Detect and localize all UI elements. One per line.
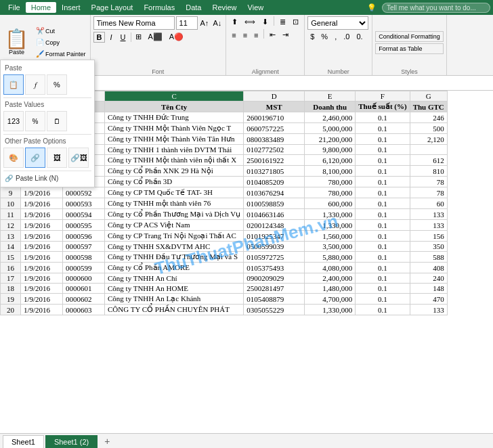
cell-E6[interactable]: 6,120,000 bbox=[305, 155, 356, 166]
cell-A12[interactable]: 1/9/2016 bbox=[21, 220, 63, 231]
cell-D13[interactable]: 0101925347 bbox=[244, 231, 305, 242]
cell-D15[interactable]: 0105972725 bbox=[244, 252, 305, 263]
cell-E7[interactable]: 8,100,000 bbox=[305, 166, 356, 177]
dollar-button[interactable]: % bbox=[318, 31, 330, 42]
formula-input[interactable] bbox=[79, 79, 490, 88]
col-header-G[interactable]: G bbox=[410, 91, 447, 102]
cell-D14[interactable]: 0500599039 bbox=[244, 242, 305, 252]
cell-G16[interactable]: 408 bbox=[410, 263, 447, 273]
dec-increase-button[interactable]: 0. bbox=[353, 31, 365, 42]
cell-F12[interactable]: 0.1 bbox=[356, 220, 410, 231]
cell-F9[interactable]: 0.1 bbox=[356, 187, 410, 198]
fill-color-button[interactable]: A⬛ bbox=[146, 31, 165, 43]
col-header-C[interactable]: C bbox=[105, 91, 244, 102]
cell-F10[interactable]: 0.1 bbox=[356, 198, 410, 209]
cell-C15[interactable]: Công ty TNHH Đầu Tư Thương Mại và S bbox=[105, 252, 244, 263]
decrease-indent-button[interactable]: ⇤ bbox=[267, 29, 278, 41]
row-num-10[interactable]: 10 bbox=[1, 198, 21, 209]
paste-picture-icon[interactable]: 🖼 bbox=[47, 148, 67, 168]
merge-button[interactable]: ⊡ bbox=[290, 16, 301, 28]
cell-D17[interactable]: 0900209029 bbox=[244, 273, 305, 284]
cell-B14[interactable]: 0000597 bbox=[63, 242, 105, 252]
row-num-15[interactable]: 15 bbox=[1, 252, 21, 263]
cell-A20[interactable]: 1/9/2016 bbox=[21, 305, 63, 315]
align-middle-button[interactable]: ⟺ bbox=[242, 16, 258, 28]
menu-insert[interactable]: Insert bbox=[56, 2, 86, 13]
cell-E20[interactable]: 1,330,000 bbox=[305, 305, 356, 315]
conditional-formatting-button[interactable]: Conditional Formatting bbox=[375, 31, 444, 42]
cell-F14[interactable]: 0.1 bbox=[356, 242, 410, 252]
cell-D1[interactable]: MST bbox=[244, 102, 305, 112]
align-left-button[interactable]: ≡ bbox=[229, 29, 238, 41]
row-num-11[interactable]: 11 bbox=[1, 209, 21, 220]
menu-page-layout[interactable]: Page Layout bbox=[86, 2, 139, 13]
font-grow-button[interactable]: A↑ bbox=[199, 19, 211, 27]
cell-A14[interactable]: 1/9/2016 bbox=[21, 242, 63, 252]
underline-button[interactable]: U bbox=[117, 32, 129, 43]
cell-G20[interactable]: 133 bbox=[410, 305, 447, 315]
cell-G12[interactable]: 133 bbox=[410, 220, 447, 231]
paste-link-row[interactable]: 🔗 Paste Link (N) bbox=[3, 173, 91, 184]
cell-A13[interactable]: 1/9/2016 bbox=[21, 231, 63, 242]
cell-G18[interactable]: 148 bbox=[410, 284, 447, 294]
format-as-table-button[interactable]: Format as Table bbox=[375, 43, 444, 54]
align-bottom-button[interactable]: ⬇ bbox=[259, 16, 271, 28]
cell-E15[interactable]: 5,880,000 bbox=[305, 252, 356, 263]
border-button[interactable]: ⊞ bbox=[133, 31, 144, 43]
cell-F1[interactable]: Thuế suất (%) bbox=[356, 102, 410, 112]
cell-C7[interactable]: Công ty Cổ Phần XNK 29 Hà Nội bbox=[105, 166, 244, 177]
cell-F11[interactable]: 0.1 bbox=[356, 209, 410, 220]
cell-C19[interactable]: Công ty TNHH An Lạc Khánh bbox=[105, 294, 244, 305]
col-header-E[interactable]: E bbox=[305, 91, 356, 102]
copy-button[interactable]: 📄 Copy bbox=[33, 37, 89, 47]
paste-button[interactable]: 📋 Paste bbox=[1, 27, 32, 58]
cell-E14[interactable]: 3,500,000 bbox=[305, 242, 356, 252]
cell-G9[interactable]: 78 bbox=[410, 187, 447, 198]
cell-B17[interactable]: 0000600 bbox=[63, 273, 105, 284]
cell-G17[interactable]: 240 bbox=[410, 273, 447, 284]
align-top-button[interactable]: ⬆ bbox=[229, 16, 240, 28]
cell-D2[interactable]: 2600196710 bbox=[244, 112, 305, 123]
cell-C11[interactable]: Công ty Cổ Phần Thương Mại và Dịch Vụ bbox=[105, 209, 244, 220]
col-header-D[interactable]: D bbox=[244, 91, 305, 102]
row-num-12[interactable]: 12 bbox=[1, 220, 21, 231]
cell-G11[interactable]: 133 bbox=[410, 209, 447, 220]
cell-E13[interactable]: 1,560,000 bbox=[305, 231, 356, 242]
cell-F2[interactable]: 0.1 bbox=[356, 112, 410, 123]
cell-B16[interactable]: 0000599 bbox=[63, 263, 105, 273]
cell-G13[interactable]: 156 bbox=[410, 231, 447, 242]
comma-button[interactable]: , bbox=[332, 31, 339, 42]
cell-B13[interactable]: 0000596 bbox=[63, 231, 105, 242]
cell-F18[interactable]: 0.1 bbox=[356, 284, 410, 294]
cell-B19[interactable]: 0000602 bbox=[63, 294, 105, 305]
cell-C6[interactable]: Công ty TNHH Một thành viên nội thất X bbox=[105, 155, 244, 166]
cell-D4[interactable]: 0800383489 bbox=[244, 134, 305, 145]
format-painter-button[interactable]: 🖌️ Format Painter bbox=[33, 49, 89, 59]
cell-D3[interactable]: 0600757225 bbox=[244, 123, 305, 134]
font-color-button[interactable]: A🔴 bbox=[167, 31, 186, 43]
wrap-text-button[interactable]: ≣ bbox=[277, 16, 288, 28]
cell-E18[interactable]: 1,480,000 bbox=[305, 284, 356, 294]
cell-A15[interactable]: 1/9/2016 bbox=[21, 252, 63, 263]
align-right-button[interactable]: ≡ bbox=[251, 29, 261, 41]
increase-indent-button[interactable]: ⇥ bbox=[280, 29, 291, 41]
italic-button[interactable]: I bbox=[106, 32, 115, 43]
cell-E9[interactable]: 780,000 bbox=[305, 187, 356, 198]
cell-A19[interactable]: 1/9/2016 bbox=[21, 294, 63, 305]
cell-C3[interactable]: Công ty TNHH Một Thành Viên Ngọc T bbox=[105, 123, 244, 134]
cell-D11[interactable]: 0104663146 bbox=[244, 209, 305, 220]
cell-E10[interactable]: 600,000 bbox=[305, 198, 356, 209]
cell-C14[interactable]: Công ty TNHH SX&DVTM AHC bbox=[105, 242, 244, 252]
paste-default-icon[interactable]: 📋 bbox=[3, 74, 24, 95]
cut-button[interactable]: ✂️ Cut bbox=[33, 26, 89, 36]
cell-F6[interactable]: 0.1 bbox=[356, 155, 410, 166]
percent-button[interactable]: $ bbox=[307, 31, 317, 42]
cell-D5[interactable]: 0102772502 bbox=[244, 145, 305, 155]
row-num-16[interactable]: 16 bbox=[1, 263, 21, 273]
row-num-17[interactable]: 17 bbox=[1, 273, 21, 284]
paste-link-icon[interactable]: 🔗 bbox=[25, 148, 45, 168]
sheet-tab-1[interactable]: Sheet1 bbox=[3, 435, 44, 448]
cell-G10[interactable]: 60 bbox=[410, 198, 447, 209]
cell-E4[interactable]: 21,200,000 bbox=[305, 134, 356, 145]
cell-E5[interactable]: 9,800,000 bbox=[305, 145, 356, 155]
